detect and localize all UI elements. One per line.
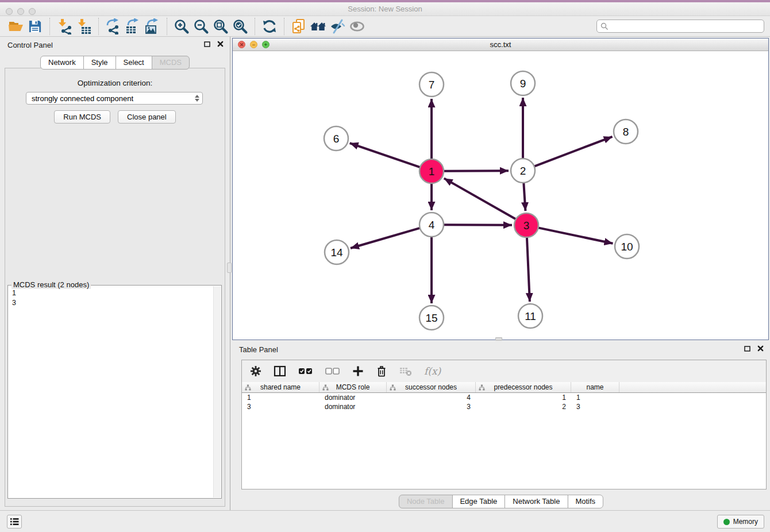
graph-edge-2-8[interactable] bbox=[534, 137, 613, 167]
close-panel-button[interactable]: Close panel bbox=[118, 110, 176, 124]
deselect-all-checkboxes-icon[interactable] bbox=[325, 367, 340, 375]
tab-style[interactable]: Style bbox=[83, 56, 116, 70]
graph-edge-3-11[interactable] bbox=[527, 237, 530, 302]
search-field[interactable] bbox=[596, 20, 764, 33]
open-session-icon[interactable] bbox=[6, 17, 25, 36]
tab-select[interactable]: Select bbox=[116, 56, 152, 70]
cell-successor-nodes[interactable]: 3 bbox=[387, 402, 476, 411]
zoom-fit-icon[interactable] bbox=[211, 17, 230, 36]
column-header-name[interactable]: name bbox=[571, 382, 619, 392]
tab-network-table[interactable]: Network Table bbox=[505, 495, 568, 508]
mcds-result-box: MCDS result (2 nodes) 13 bbox=[7, 285, 222, 499]
task-history-button[interactable] bbox=[7, 515, 22, 529]
graph-edge-4-3[interactable] bbox=[444, 225, 512, 225]
table-header-row: shared nameMCDS rolesuccessor nodesprede… bbox=[242, 382, 766, 393]
cell-shared-name[interactable]: 1 bbox=[242, 393, 319, 402]
dropdown-stepper-icon bbox=[195, 95, 199, 102]
graph-node-label-7: 7 bbox=[429, 79, 435, 91]
sort-column-icon bbox=[390, 384, 396, 391]
graph-node-label-1: 1 bbox=[429, 165, 435, 178]
toolbar-separator bbox=[167, 18, 167, 35]
import-network-icon[interactable] bbox=[55, 17, 74, 36]
cell-predecessor-nodes[interactable]: 2 bbox=[476, 402, 571, 411]
split-view-icon[interactable] bbox=[274, 365, 286, 377]
network-canvas[interactable]: 1234678910111415 bbox=[233, 51, 768, 340]
select-all-checkboxes-icon[interactable] bbox=[298, 367, 313, 375]
criterion-dropdown[interactable]: strongly connected component bbox=[26, 92, 203, 105]
column-header-successor-nodes[interactable]: successor nodes bbox=[387, 382, 476, 392]
tab-network[interactable]: Network bbox=[40, 56, 84, 70]
column-header-shared-name[interactable]: shared name bbox=[242, 382, 319, 392]
cell-shared-name[interactable]: 3 bbox=[242, 402, 319, 411]
table-row[interactable]: 3dominator323 bbox=[242, 402, 766, 411]
cell-name[interactable]: 3 bbox=[571, 402, 619, 411]
run-mcds-button[interactable]: Run MCDS bbox=[54, 110, 110, 124]
network-window-titlebar[interactable]: ✕ − + scc.txt bbox=[233, 38, 768, 51]
graph-edge-2-3[interactable] bbox=[523, 183, 525, 211]
cell-name[interactable]: 1 bbox=[571, 393, 619, 402]
table-settings-gear-icon[interactable] bbox=[250, 365, 261, 377]
float-table-panel-icon[interactable] bbox=[744, 345, 751, 352]
hide-selected-eye-icon[interactable] bbox=[328, 17, 348, 36]
table-row[interactable]: 1dominator411 bbox=[242, 393, 766, 402]
float-panel-icon[interactable] bbox=[203, 40, 211, 48]
table-divider-handle[interactable] bbox=[495, 337, 502, 341]
cell-successor-nodes[interactable]: 4 bbox=[387, 393, 476, 402]
optimization-criterion-label: Optimization criterion: bbox=[5, 79, 225, 87]
network-graph[interactable]: 1234678910111415 bbox=[233, 51, 768, 340]
column-header-MCDS-role[interactable]: MCDS role bbox=[319, 382, 387, 392]
network-minimize-icon[interactable]: − bbox=[250, 41, 257, 48]
graph-node-label-4: 4 bbox=[429, 219, 435, 231]
search-input[interactable] bbox=[609, 21, 764, 32]
close-panel-icon[interactable] bbox=[217, 40, 224, 48]
status-bar: Memory bbox=[0, 510, 770, 532]
delete-trash-icon[interactable] bbox=[376, 365, 387, 377]
network-close-icon[interactable]: ✕ bbox=[238, 41, 245, 48]
refresh-layout-icon[interactable] bbox=[260, 17, 279, 36]
tab-motifs[interactable]: Motifs bbox=[567, 495, 603, 508]
control-panel-tabs: NetworkStyleSelectMCDS bbox=[40, 56, 190, 70]
sort-column-icon bbox=[322, 384, 329, 391]
graph-edge-4-14[interactable] bbox=[351, 228, 420, 248]
export-network-icon[interactable] bbox=[103, 17, 123, 36]
column-header-predecessor-nodes[interactable]: predecessor nodes bbox=[476, 382, 571, 392]
tab-mcds[interactable]: MCDS bbox=[152, 56, 190, 70]
close-table-panel-icon[interactable] bbox=[757, 345, 764, 352]
memory-status-icon bbox=[723, 519, 730, 525]
sort-column-icon bbox=[479, 384, 485, 391]
list-icon bbox=[10, 518, 19, 526]
control-panel: Control Panel NetworkStyleSelectMCDS Opt… bbox=[0, 37, 230, 510]
graph-node-label-11: 11 bbox=[525, 310, 536, 322]
zoom-in-icon[interactable] bbox=[172, 17, 191, 36]
maximize-window-button[interactable] bbox=[29, 8, 36, 15]
tab-node-table[interactable]: Node Table bbox=[399, 495, 453, 508]
first-neighbors-icon[interactable] bbox=[309, 17, 328, 36]
close-window-button[interactable] bbox=[6, 8, 13, 15]
cell-MCDS-role[interactable]: dominator bbox=[319, 402, 387, 411]
export-table-icon[interactable] bbox=[123, 17, 143, 36]
cell-MCDS-role[interactable]: dominator bbox=[319, 393, 387, 402]
graph-node-label-2: 2 bbox=[520, 165, 526, 177]
network-maximize-icon[interactable]: + bbox=[262, 41, 270, 48]
export-image-icon[interactable] bbox=[143, 17, 162, 36]
window-controls[interactable] bbox=[6, 8, 36, 15]
duplicate-network-icon[interactable] bbox=[289, 17, 309, 36]
show-all-eye-icon[interactable] bbox=[348, 17, 367, 36]
result-scrollbar[interactable] bbox=[213, 286, 221, 498]
graph-edge-1-6[interactable] bbox=[350, 143, 420, 167]
save-session-icon[interactable] bbox=[25, 17, 45, 36]
main-toolbar bbox=[0, 16, 770, 37]
memory-button[interactable]: Memory bbox=[717, 515, 764, 529]
add-column-plus-icon[interactable] bbox=[352, 365, 364, 377]
panel-divider-handle[interactable] bbox=[227, 263, 232, 273]
cell-predecessor-nodes[interactable]: 1 bbox=[476, 393, 571, 402]
delete-table-icon bbox=[399, 366, 412, 376]
zoom-out-icon[interactable] bbox=[191, 17, 211, 36]
import-table-icon[interactable] bbox=[74, 17, 94, 36]
graph-edge-1-2[interactable] bbox=[444, 171, 509, 171]
graph-edge-3-1[interactable] bbox=[444, 178, 516, 219]
graph-edge-3-10[interactable] bbox=[538, 228, 613, 243]
zoom-selected-icon[interactable] bbox=[230, 17, 250, 36]
minimize-window-button[interactable] bbox=[17, 8, 24, 15]
tab-edge-table[interactable]: Edge Table bbox=[452, 495, 505, 508]
